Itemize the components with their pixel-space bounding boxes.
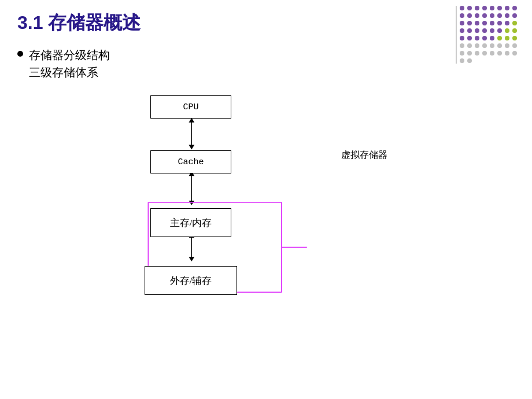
decoration-dot bbox=[497, 21, 502, 25]
decoration-dot bbox=[467, 36, 472, 40]
decoration-dot bbox=[475, 58, 479, 63]
decoration-dot bbox=[512, 36, 517, 40]
decoration-dot bbox=[497, 13, 502, 18]
main-memory-box: 主存/内存 bbox=[150, 208, 231, 237]
decoration-dot bbox=[467, 51, 472, 56]
decoration-dot bbox=[460, 21, 464, 25]
decoration-dot bbox=[505, 21, 509, 25]
decoration-dot bbox=[467, 21, 472, 25]
decoration-dot bbox=[467, 43, 472, 48]
decoration-dot bbox=[505, 13, 509, 18]
svg-marker-2 bbox=[189, 118, 194, 123]
decoration-dot bbox=[482, 36, 487, 40]
decoration-dot bbox=[475, 28, 479, 33]
decoration-dot bbox=[460, 28, 464, 33]
dots-grid bbox=[460, 6, 529, 65]
cache-box: Cache bbox=[150, 150, 231, 173]
decoration-dot bbox=[475, 51, 479, 56]
decoration-dot bbox=[505, 51, 509, 56]
decoration-dot bbox=[490, 6, 494, 10]
ext-storage-box: 外存/辅存 bbox=[145, 266, 237, 295]
decoration-dot bbox=[505, 43, 509, 48]
decoration-dot bbox=[497, 6, 502, 10]
cache-label: Cache bbox=[178, 157, 204, 167]
decoration-dot bbox=[497, 58, 502, 63]
decoration-dot bbox=[467, 13, 472, 18]
bullet-section: 存储器分级结构 三级存储体系 bbox=[17, 46, 110, 81]
decoration-dot bbox=[512, 21, 517, 25]
decoration-dot bbox=[460, 36, 464, 40]
decoration-dot bbox=[497, 28, 502, 33]
decoration-dot bbox=[505, 6, 509, 10]
decoration-dot bbox=[475, 13, 479, 18]
ext-label: 外存/辅存 bbox=[170, 274, 212, 287]
page-title: 3.1 存储器概述 bbox=[17, 10, 141, 36]
decoration-dot bbox=[475, 6, 479, 10]
bullet-line2: 三级存储体系 bbox=[29, 64, 110, 81]
decoration-dot bbox=[482, 6, 487, 10]
decoration-dot bbox=[490, 28, 494, 33]
decoration-dot bbox=[505, 28, 509, 33]
decoration-dot bbox=[482, 13, 487, 18]
decoration-dot bbox=[482, 51, 487, 56]
decoration-dot bbox=[467, 6, 472, 10]
decoration-dot bbox=[482, 28, 487, 33]
decoration-dot bbox=[467, 28, 472, 33]
decoration-dot bbox=[482, 43, 487, 48]
decoration-dot bbox=[512, 51, 517, 56]
decoration-dot bbox=[460, 43, 464, 48]
decoration-dot bbox=[475, 36, 479, 40]
decoration-dot bbox=[482, 58, 487, 63]
virtual-memory-label: 虚拟存储器 bbox=[341, 149, 387, 161]
decoration-dot bbox=[490, 36, 494, 40]
bullet-item: 存储器分级结构 三级存储体系 bbox=[17, 46, 110, 81]
memory-diagram: CPU Cache 主存/内存 外存/辅存 bbox=[104, 95, 335, 304]
decoration-dot bbox=[512, 58, 517, 63]
bullet-line1: 存储器分级结构 bbox=[29, 46, 110, 64]
decoration-dot bbox=[460, 13, 464, 18]
decoration-dot bbox=[497, 43, 502, 48]
decoration-dot bbox=[490, 21, 494, 25]
decoration-dot bbox=[505, 58, 509, 63]
dots-decoration bbox=[460, 6, 529, 64]
decoration-dot bbox=[512, 13, 517, 18]
cpu-box: CPU bbox=[150, 95, 231, 119]
decoration-dot bbox=[512, 28, 517, 33]
svg-marker-7 bbox=[189, 257, 194, 261]
decoration-dot bbox=[512, 43, 517, 48]
decoration-dot bbox=[460, 6, 464, 10]
bullet-dot bbox=[17, 51, 23, 57]
decoration-dot bbox=[497, 36, 502, 40]
decoration-dot bbox=[490, 58, 494, 63]
main-label: 主存/内存 bbox=[170, 216, 212, 230]
svg-marker-1 bbox=[189, 145, 194, 150]
bullet-text: 存储器分级结构 三级存储体系 bbox=[29, 46, 110, 81]
decoration-dot bbox=[460, 58, 464, 63]
decoration-dot bbox=[512, 6, 517, 10]
decoration-dot bbox=[490, 13, 494, 18]
decoration-dot bbox=[490, 51, 494, 56]
cpu-label: CPU bbox=[183, 102, 198, 112]
decoration-dot bbox=[475, 43, 479, 48]
decoration-dot bbox=[505, 36, 509, 40]
divider-line bbox=[456, 6, 457, 64]
decoration-dot bbox=[490, 43, 494, 48]
decoration-dot bbox=[460, 51, 464, 56]
decoration-dot bbox=[475, 21, 479, 25]
decoration-dot bbox=[482, 21, 487, 25]
decoration-dot bbox=[497, 51, 502, 56]
svg-marker-4 bbox=[189, 201, 194, 205]
decoration-dot bbox=[467, 58, 472, 63]
